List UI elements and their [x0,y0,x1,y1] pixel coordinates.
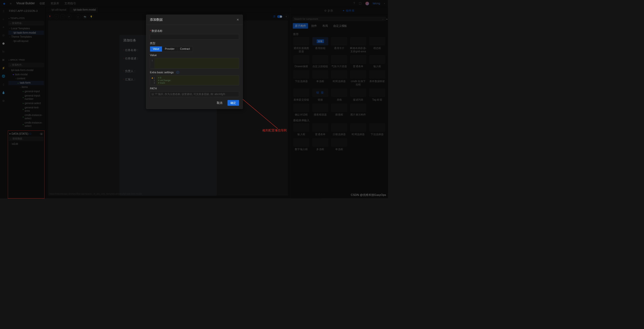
extra-editor[interactable]: 123 # if: # onChange: # track: [150,75,239,85]
modal-title: 添加数据 [150,17,163,22]
watermark: CSDN @优维科技EasyOps [351,193,386,197]
path-label: PATH [150,87,157,90]
type-provider[interactable]: Provider [162,46,177,52]
value-editor[interactable]: 1 [150,58,239,68]
type-contract[interactable]: Contract [177,46,193,52]
name-label: 数据名称 [152,29,162,33]
cancel-button[interactable]: 取消 [214,100,225,106]
close-icon[interactable]: ✕ [236,18,239,21]
add-data-modal: 添加数据 ✕ *数据名称 类型 Value Provider Contract … [146,15,243,109]
type-value[interactable]: Value [150,46,162,52]
warning-icon [152,77,153,78]
extra-label: Extra basic settings [150,71,174,74]
collapse-right-icon[interactable]: ▸ [387,18,388,20]
type-segmented: Value Provider Contract [150,46,193,52]
value-label: Value [150,54,157,57]
name-input[interactable] [150,34,239,40]
ok-button[interactable]: 确定 [227,100,239,106]
annotation-text: 相关配置项也等同 [262,128,287,132]
info-icon[interactable]: ⓘ [176,70,179,74]
path-input[interactable] [150,91,239,97]
type-label: 类型 [150,41,155,45]
